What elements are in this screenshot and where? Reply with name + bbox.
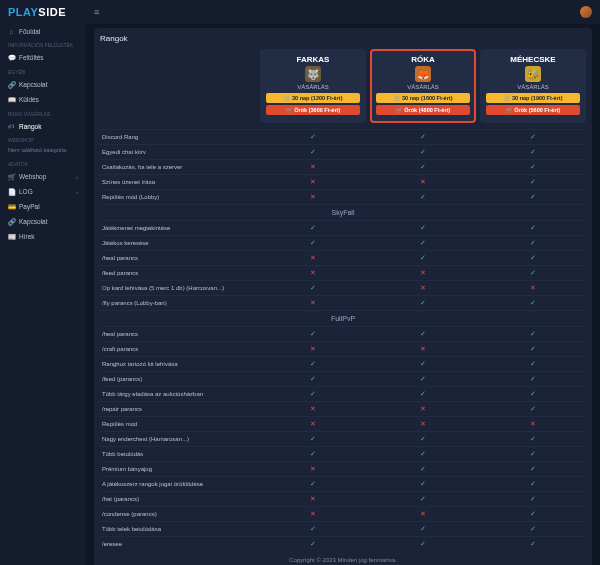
x-icon: ✕ [260, 163, 366, 171]
nav-webshop[interactable]: 🛒Webshop› [0, 169, 86, 184]
row-label: /fly parancs (Lobby-ban) [100, 300, 256, 306]
check-icon: ✓ [370, 525, 476, 533]
rank-card-méhecske: MÉHECSKE 🐝 VÁSÁRLÁS 🛒 30 nap (1900 Ft-ér… [480, 49, 586, 123]
chevron-right-icon: › [76, 189, 78, 195]
row-label: Nagy enderchest (Hamarosan...) [100, 436, 256, 442]
row-label: /hat (parancs) [100, 496, 256, 502]
logo: PLAYSIDE [0, 0, 86, 24]
table-row: /condense (parancs)✕✕✓ [100, 506, 586, 521]
table-row: Ranghoz tartozó kit lehívása✓✓✓ [100, 356, 586, 371]
check-icon: ✓ [260, 375, 366, 383]
table-row: Repülés mód (Lobby)✕✓✓ [100, 189, 586, 204]
menu-toggle-icon[interactable]: ≡ [94, 7, 99, 17]
check-icon: ✓ [370, 360, 476, 368]
x-icon: ✕ [370, 420, 476, 428]
row-label: Játékmenet megtekintése [100, 225, 256, 231]
check-icon: ✓ [260, 133, 366, 141]
rank-sub: VÁSÁRLÁS [266, 84, 360, 90]
check-icon: ✓ [370, 239, 476, 247]
nav-kapcsolat[interactable]: 🔗Kapcsolat [0, 77, 86, 92]
check-icon: ✓ [260, 148, 366, 156]
nav-rangok[interactable]: 🏷Rangok [0, 119, 86, 133]
x-icon: ✕ [260, 193, 366, 201]
nav-feltoltes-label: Feltöltés [19, 54, 44, 61]
table-row: Repülés mód✕✕✕ [100, 416, 586, 431]
row-label: Több telek betolódása [100, 526, 256, 532]
row-label: Ranghoz tartozó kit lehívása [100, 361, 256, 367]
logo-side: SIDE [38, 6, 66, 18]
table-row: Csatlakozás, ha tele a szerver✕✓✓ [100, 159, 586, 174]
table-row: Discord Rang✓✓✓ [100, 129, 586, 144]
check-icon: ✓ [260, 480, 366, 488]
check-icon: ✓ [480, 390, 586, 398]
nav-paypal[interactable]: 💳PayPal [0, 199, 86, 214]
check-icon: ✓ [370, 299, 476, 307]
check-icon: ✓ [260, 525, 366, 533]
x-icon: ✕ [260, 495, 366, 503]
sidebar-section-label: RANG VÁSÁRLÁS [0, 107, 86, 119]
sidebar-section-label: WEBSHOP [0, 133, 86, 145]
check-icon: ✓ [260, 435, 366, 443]
table-row: /feed parancs✕✕✓ [100, 265, 586, 280]
buy-30-button[interactable]: 🛒 30 nap (1600 Ft-ért) [376, 93, 470, 103]
buy-30-button[interactable]: 🛒 30 nap (1900 Ft-ért) [486, 93, 580, 103]
check-icon: ✓ [480, 525, 586, 533]
table-row: Egyedi chat kiírv✓✓✓ [100, 144, 586, 159]
nav-kapcsolat2[interactable]: 🔗Kapcsolat [0, 214, 86, 229]
check-icon: ✓ [480, 239, 586, 247]
nav-kuldes[interactable]: 📖Küldés [0, 92, 86, 107]
nav-kapcsolat-label: Kapcsolat [19, 81, 48, 88]
check-icon: ✓ [370, 495, 476, 503]
check-icon: ✓ [260, 540, 366, 548]
check-icon: ✓ [480, 495, 586, 503]
buy-perm-button[interactable]: 🛒 Örök (3600 Ft-ért) [266, 105, 360, 115]
nav-home[interactable]: ⌂ Főoldal [0, 24, 86, 38]
check-icon: ✓ [480, 465, 586, 473]
buy-30-button[interactable]: 🛒 30 nap (1200 Ft-ért) [266, 93, 360, 103]
x-icon: ✕ [260, 345, 366, 353]
check-icon: ✓ [370, 163, 476, 171]
buy-perm-button[interactable]: 🛒 Örök (5600 Ft-ért) [486, 105, 580, 115]
check-icon: ✓ [480, 375, 586, 383]
nav-log-label: LOG [19, 188, 33, 195]
table-row: /hat (parancs)✕✓✓ [100, 491, 586, 506]
check-icon: ✓ [480, 193, 586, 201]
rank-name: FARKAS [266, 55, 360, 64]
nav-hirek[interactable]: 📰Hírek [0, 229, 86, 244]
row-label: /condense (parancs) [100, 511, 256, 517]
check-icon: ✓ [480, 480, 586, 488]
sidebar-section-label: INFORMÁCIÓS FELÜLETEK [0, 38, 86, 50]
sidebar-note: Nem található kategória. [0, 145, 86, 157]
buy-perm-button[interactable]: 🛒 Örök (4800 Ft-ért) [376, 105, 470, 115]
panel: Rangok FARKAS 🐺 VÁSÁRLÁS 🛒 30 nap (1200 … [94, 28, 592, 565]
nav-feltoltes[interactable]: 💬Feltöltés [0, 50, 86, 65]
check-icon: ✓ [260, 239, 366, 247]
nav-home-label: Főoldal [19, 28, 40, 35]
x-icon: ✕ [480, 284, 586, 292]
table-row: /feed (parancs)✓✓✓ [100, 371, 586, 386]
nav-kapcsolat-icon: 🔗 [8, 81, 15, 89]
table-row: Op kard lehívása (5 merc 1 db) (Harcosva… [100, 280, 586, 295]
row-label: /heal parancs [100, 331, 256, 337]
table-row: /craft parancs✕✕✓ [100, 341, 586, 356]
x-icon: ✕ [370, 510, 476, 518]
footer: Copyright © 2023 Minden jog fenntartva. [100, 551, 586, 565]
row-label: /heal parancs [100, 255, 256, 261]
x-icon: ✕ [370, 345, 476, 353]
avatar[interactable] [580, 6, 592, 18]
check-icon: ✓ [480, 435, 586, 443]
check-icon: ✓ [480, 178, 586, 186]
x-icon: ✕ [260, 178, 366, 186]
check-icon: ✓ [480, 163, 586, 171]
table-row: Színes üzenet írása✕✕✓ [100, 174, 586, 189]
row-label: Discord Rang [100, 134, 256, 140]
table-row: /heal parancs✓✓✓ [100, 326, 586, 341]
nav-hirek-icon: 📰 [8, 233, 15, 241]
nav-log[interactable]: 📄LOG› [0, 184, 86, 199]
x-icon: ✕ [370, 405, 476, 413]
x-icon: ✕ [370, 178, 476, 186]
row-label: Csatlakozás, ha tele a szerver [100, 164, 256, 170]
x-icon: ✕ [370, 269, 476, 277]
check-icon: ✓ [260, 284, 366, 292]
table-row: Játékos keresése✓✓✓ [100, 235, 586, 250]
